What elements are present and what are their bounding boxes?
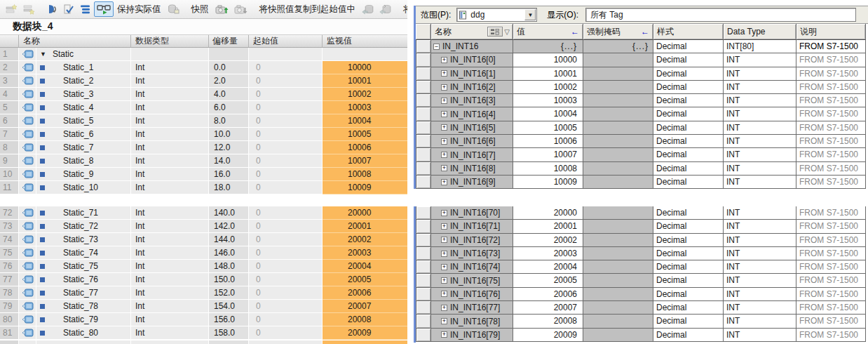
cell-value[interactable]: 10002 bbox=[513, 81, 583, 94]
cell-comment[interactable]: FROM S7-1500 bbox=[796, 67, 866, 81]
cell-datatype[interactable]: INT bbox=[724, 329, 796, 342]
cell-start-value[interactable]: 0 bbox=[249, 168, 323, 181]
cell-monitor-value[interactable]: 20006 bbox=[323, 286, 407, 300]
cell-monitor-value[interactable]: 10006 bbox=[323, 141, 407, 154]
table-row[interactable]: 81 Static_80 Int 158.0 0 20009 bbox=[0, 326, 407, 340]
cell-name[interactable]: Static_78 bbox=[36, 300, 131, 313]
cell-name[interactable]: Static_77 bbox=[36, 286, 131, 300]
row-selector[interactable] bbox=[416, 301, 431, 315]
cell-name[interactable]: + IN_INT16[79] bbox=[431, 329, 513, 342]
cell-name[interactable]: + IN_INT16[3] bbox=[431, 94, 513, 107]
cell-name[interactable]: + IN_INT16[4] bbox=[431, 107, 513, 121]
cell-comment[interactable]: FROM S7-1500 bbox=[796, 315, 866, 328]
row-number[interactable]: 5 bbox=[0, 101, 19, 114]
cell-value[interactable]: 10005 bbox=[513, 121, 583, 135]
cell-datatype[interactable] bbox=[131, 48, 209, 61]
header-offset[interactable]: 偏移量 bbox=[209, 35, 249, 47]
cell-name[interactable]: + IN_INT16[6] bbox=[431, 135, 513, 148]
table-row[interactable]: 74 Static_73 Int 144.0 0 20002 bbox=[0, 233, 407, 246]
table-row[interactable]: 80 Static_79 Int 156.0 0 20008 bbox=[0, 313, 407, 326]
cell-name[interactable]: + IN_INT16[71] bbox=[431, 220, 513, 233]
cell-style[interactable]: Decimal bbox=[653, 206, 724, 220]
cell-datatype[interactable]: Int bbox=[131, 233, 209, 246]
cell-name[interactable]: Static_79 bbox=[36, 313, 131, 326]
row-selector[interactable] bbox=[416, 148, 431, 161]
table-row[interactable]: + IN_INT16[77] 20007 Decimal INT FROM S7… bbox=[416, 301, 866, 315]
cell-force-mask[interactable] bbox=[583, 135, 653, 148]
cell-monitor-value[interactable]: 10004 bbox=[323, 114, 407, 128]
cell-start-value[interactable]: 0 bbox=[249, 114, 323, 128]
cell-datatype[interactable]: Int bbox=[131, 273, 209, 286]
cell-value[interactable]: 20002 bbox=[513, 234, 583, 247]
row-number[interactable]: 72 bbox=[0, 206, 19, 220]
cell-datatype[interactable]: Int bbox=[131, 74, 209, 88]
cell-datatype[interactable]: INT bbox=[724, 81, 796, 94]
cell-comment[interactable]: FROM S7-1500 bbox=[796, 94, 866, 107]
expand-all-button[interactable] bbox=[77, 1, 94, 17]
cell-datatype[interactable]: Int bbox=[131, 286, 209, 300]
cell-start-value[interactable]: 0 bbox=[249, 286, 323, 300]
row-selector[interactable] bbox=[416, 176, 431, 189]
row-selector[interactable] bbox=[416, 162, 431, 176]
table-row[interactable]: + IN_INT16[74] 20004 Decimal INT FROM S7… bbox=[416, 260, 866, 274]
table-row[interactable]: 2 Static_1 Int 0.0 0 10000 bbox=[0, 61, 407, 74]
cell-force-mask[interactable] bbox=[583, 301, 653, 315]
table-row[interactable]: 5 Static_4 Int 6.0 0 10003 bbox=[0, 101, 407, 114]
cell-datatype[interactable]: INT bbox=[724, 301, 796, 315]
cell-datatype[interactable]: INT bbox=[724, 94, 796, 107]
cell-start-value[interactable]: 0 bbox=[249, 128, 323, 141]
cell-style[interactable]: Decimal bbox=[653, 81, 724, 94]
keep-actual-values-icon-button[interactable] bbox=[43, 1, 60, 17]
cell-style[interactable]: Decimal bbox=[653, 301, 724, 315]
expand-box-icon[interactable]: + bbox=[441, 124, 447, 131]
cell-name[interactable]: Static_9 bbox=[36, 168, 131, 181]
cell-force-mask[interactable] bbox=[583, 274, 653, 287]
header-monitor-value[interactable]: 监视值 bbox=[323, 35, 407, 47]
cell-datatype[interactable]: INT bbox=[724, 162, 796, 176]
row-selector[interactable] bbox=[416, 206, 431, 220]
cell-datatype[interactable]: INT bbox=[724, 107, 796, 121]
cell-name[interactable]: Static_75 bbox=[36, 260, 131, 273]
keep-actual-values-button[interactable]: 保持实际值 bbox=[114, 4, 165, 15]
display-filter-field[interactable]: 所有 Tag bbox=[585, 8, 856, 22]
cell-monitor-value[interactable]: 10000 bbox=[323, 61, 407, 74]
expand-box-icon[interactable]: + bbox=[441, 264, 447, 270]
cell-comment[interactable]: FROM S7-1500 bbox=[796, 121, 866, 135]
row-selector[interactable] bbox=[416, 135, 431, 148]
cell-datatype[interactable]: Int bbox=[131, 154, 209, 168]
cell-style[interactable]: Decimal bbox=[653, 176, 724, 189]
scope-combobox[interactable]: ddg ▼ bbox=[456, 8, 537, 22]
cell-start-value[interactable]: 0 bbox=[249, 246, 323, 260]
table-row[interactable]: + IN_INT16[73] 20003 Decimal INT FROM S7… bbox=[416, 247, 866, 260]
cell-force-mask[interactable] bbox=[583, 247, 653, 260]
cell-datatype[interactable]: Int bbox=[131, 246, 209, 260]
table-row-group[interactable]: 1 ▼ Static bbox=[0, 48, 407, 61]
expand-box-icon[interactable]: + bbox=[441, 223, 447, 230]
cell-datatype[interactable]: INT bbox=[724, 247, 796, 260]
insert-row-button[interactable] bbox=[3, 1, 20, 17]
db-lock-button[interactable] bbox=[165, 1, 182, 17]
table-row[interactable]: + IN_INT16[9] 10009 Decimal INT FROM S7-… bbox=[416, 176, 866, 189]
cell-value[interactable]: 20003 bbox=[513, 247, 583, 260]
cell-monitor-value[interactable]: 10008 bbox=[323, 168, 407, 181]
cell-monitor-value[interactable]: 20007 bbox=[323, 300, 407, 313]
cell-name[interactable]: + IN_INT16[9] bbox=[431, 176, 513, 189]
sort-icon[interactable] bbox=[487, 27, 503, 37]
cell-value[interactable]: 10007 bbox=[513, 148, 583, 161]
cell-start-value[interactable]: 0 bbox=[249, 260, 323, 273]
expand-box-icon[interactable]: + bbox=[441, 210, 447, 216]
cell-datatype[interactable]: Int bbox=[131, 181, 209, 194]
cell-datatype[interactable]: INT bbox=[724, 67, 796, 81]
expand-box-icon[interactable]: + bbox=[441, 152, 447, 158]
cell-value[interactable]: 10000 bbox=[513, 53, 583, 67]
row-selector[interactable] bbox=[416, 40, 431, 53]
expand-box-icon[interactable]: + bbox=[441, 305, 447, 311]
table-row[interactable]: 11 Static_10 Int 18.0 0 10009 bbox=[0, 181, 407, 194]
cell-name[interactable]: Static_8 bbox=[36, 154, 131, 168]
cell-start-value[interactable]: 0 bbox=[249, 313, 323, 326]
table-row[interactable]: 10 Static_9 Int 16.0 0 10008 bbox=[0, 168, 407, 181]
cell-datatype[interactable]: INT bbox=[724, 288, 796, 301]
table-row[interactable]: + IN_INT16[3] 10003 Decimal INT FROM S7-… bbox=[416, 94, 866, 107]
row-number[interactable]: 7 bbox=[0, 128, 19, 141]
cell-value[interactable]: {...} bbox=[513, 40, 583, 53]
